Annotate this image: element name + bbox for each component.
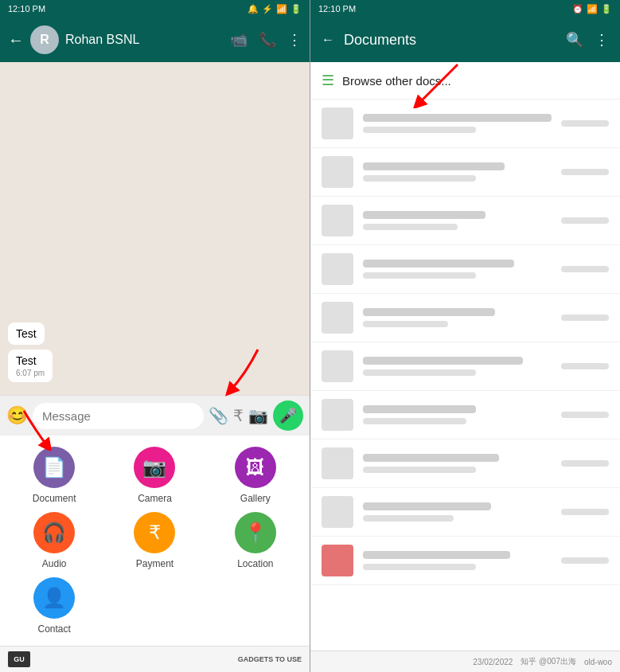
contact-name: Rohan BSNL (65, 33, 224, 47)
doc-thumb-8 (322, 447, 353, 479)
doc-item-9[interactable] (310, 488, 620, 537)
status-time-left: 12:10 PM (8, 4, 45, 14)
doc-info-6 (363, 357, 552, 376)
camera-icon[interactable]: 📷 (248, 406, 268, 425)
doc-date-blur-8 (561, 460, 609, 467)
doc-item-8[interactable] (310, 440, 620, 488)
audio-icon: 🎧 (33, 512, 75, 553)
doc-info-4 (363, 260, 552, 279)
left-phone: 12:10 PM 🔔 ⚡ 📶 🔋 ← R Rohan BSNL 📹 📞 ⋮ Te… (0, 0, 310, 672)
docs-header-icons: 🔍 ⋮ (566, 31, 609, 49)
watermark-right: 23/02/2022 知乎 @007出海 old-woo (310, 651, 620, 672)
location-icon: 📍 (235, 512, 276, 553)
doc-meta-blur-9 (363, 515, 454, 522)
audio-label: Audio (42, 558, 67, 569)
attach-item-location[interactable]: 📍 Location (209, 512, 302, 569)
doc-item-4[interactable] (310, 245, 620, 294)
doc-item-2[interactable] (310, 148, 620, 197)
doc-info-5 (363, 308, 552, 327)
contact-icon: 👤 (33, 577, 75, 619)
document-label: Document (33, 493, 76, 504)
doc-item-6[interactable] (310, 342, 620, 391)
doc-name-blur-5 (363, 308, 495, 316)
doc-thumb-2 (322, 156, 353, 188)
watermark-date: 23/02/2022 (473, 658, 513, 666)
gallery-label: Gallery (240, 493, 271, 504)
attach-item-gallery[interactable]: 🖼 Gallery (209, 447, 302, 504)
doc-thumb-5 (322, 302, 353, 334)
browse-docs-icon: ☰ (322, 72, 334, 89)
doc-name-blur-9 (363, 502, 491, 510)
doc-thumb-7 (322, 399, 353, 431)
right-phone: 12:10 PM ⏰ 📶 🔋 ← Documents 🔍 ⋮ ☰ Browse … (310, 0, 620, 672)
payment-icon: ₹ (134, 512, 175, 553)
camera-label: Camera (138, 493, 172, 504)
mic-icon: 🎤 (279, 407, 297, 424)
doc-info-9 (363, 502, 552, 522)
docs-back-button[interactable]: ← (322, 33, 334, 47)
attach-item-camera[interactable]: 📷 Camera (108, 447, 201, 504)
attachment-menu: 📄 Document 📷 Camera 🖼 Gallery 🎧 Audio ₹ … (0, 436, 310, 646)
mic-button[interactable]: 🎤 (273, 400, 303, 431)
docs-title: Documents (344, 32, 556, 49)
doc-meta-blur-7 (363, 418, 466, 424)
doc-item-3[interactable] (310, 197, 620, 245)
docs-list (310, 100, 620, 651)
back-button[interactable]: ← (8, 31, 24, 49)
doc-info-2 (363, 162, 552, 182)
doc-item-10[interactable] (310, 537, 620, 585)
doc-thumb-6 (322, 350, 353, 382)
attach-item-document[interactable]: 📄 Document (8, 447, 100, 504)
doc-date-blur-2 (561, 169, 609, 175)
doc-item-5[interactable] (310, 294, 620, 342)
more-options-icon[interactable]: ⋮ (287, 31, 302, 49)
chat-header-info: Rohan BSNL (65, 33, 224, 47)
video-call-icon[interactable]: 📹 (230, 31, 248, 49)
doc-date-blur-6 (561, 363, 609, 369)
status-icons-left: 🔔 ⚡ 📶 🔋 (248, 4, 302, 14)
message-text-1: Test (16, 327, 37, 340)
red-arrow-browse (390, 61, 470, 108)
message-bubble-2: Test 6:07 pm (8, 350, 53, 382)
doc-thumb-9 (322, 496, 353, 528)
doc-thumb-3 (322, 205, 353, 236)
doc-date-blur-10 (561, 557, 609, 564)
rupee-icon[interactable]: ₹ (233, 406, 244, 425)
doc-date-blur-1 (561, 120, 609, 127)
attach-item-payment[interactable]: ₹ Payment (108, 512, 201, 569)
doc-item-7[interactable] (310, 391, 620, 440)
search-icon[interactable]: 🔍 (566, 31, 583, 49)
doc-info-7 (363, 405, 552, 424)
doc-info-3 (363, 211, 552, 230)
doc-name-blur-2 (363, 162, 505, 170)
chat-header-icons: 📹 📞 ⋮ (230, 31, 302, 49)
contact-label: Contact (37, 623, 70, 635)
phone-call-icon[interactable]: 📞 (259, 31, 276, 49)
message-time-2: 6:07 pm (16, 369, 45, 377)
doc-date-blur-3 (561, 217, 609, 224)
doc-thumb-4 (322, 253, 353, 285)
doc-meta-blur-8 (363, 467, 476, 473)
attach-item-contact[interactable]: 👤 Contact (8, 577, 100, 635)
attach-icon[interactable]: 📎 (209, 406, 228, 425)
watermark-logo: GU (8, 651, 30, 667)
status-time-right: 12:10 PM (318, 4, 356, 14)
red-arrow-attach (206, 342, 270, 397)
status-bar-left: 12:10 PM 🔔 ⚡ 📶 🔋 (0, 0, 310, 18)
doc-meta-blur-5 (363, 321, 448, 327)
doc-name-blur-10 (363, 551, 510, 559)
chat-header: ← R Rohan BSNL 📹 📞 ⋮ (0, 18, 310, 62)
doc-name-blur-4 (363, 260, 514, 268)
camera-attach-icon: 📷 (134, 447, 175, 488)
doc-date-blur-5 (561, 315, 609, 321)
doc-info-1 (363, 114, 552, 133)
doc-meta-blur-4 (363, 272, 476, 279)
doc-meta-blur-1 (363, 127, 476, 133)
doc-name-blur-8 (363, 454, 499, 462)
message-bubble-1: Test (8, 322, 45, 345)
filter-icon[interactable]: ⋮ (595, 31, 609, 49)
avatar: R (30, 25, 59, 54)
status-icons-right: ⏰ 📶 🔋 (572, 4, 612, 14)
attach-item-audio[interactable]: 🎧 Audio (8, 512, 100, 569)
location-label: Location (237, 558, 273, 569)
